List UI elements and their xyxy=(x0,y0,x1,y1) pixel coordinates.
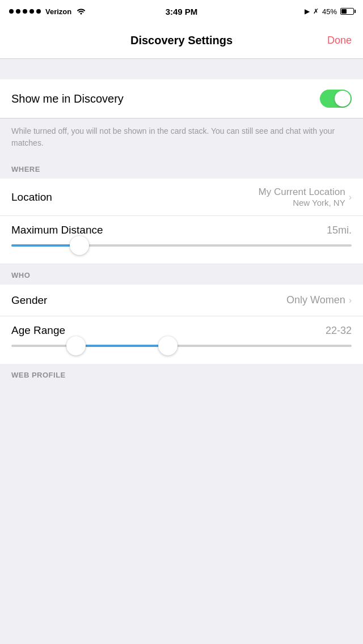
signal-dot-2 xyxy=(16,9,20,14)
age-fill xyxy=(76,345,168,347)
carrier-area: Verizon xyxy=(9,7,86,16)
age-slider-row: Age Range 22-32 xyxy=(0,316,363,364)
signal-dot-1 xyxy=(9,9,14,14)
gender-value: Only Women xyxy=(286,294,345,306)
location-section: Location My Current Location New York, N… xyxy=(0,179,363,264)
wifi-icon xyxy=(76,7,86,16)
where-label: WHERE xyxy=(11,165,40,173)
age-thumb-max[interactable] xyxy=(158,336,178,355)
discovery-description: While turned off, you will not be shown … xyxy=(0,118,363,158)
age-label: Age Range xyxy=(11,324,65,337)
toggle-label: Show me in Discovery xyxy=(11,92,124,105)
distance-value: 15mi. xyxy=(327,224,352,236)
web-profile-label: WEB PROFILE xyxy=(11,371,66,379)
battery-fill xyxy=(341,9,347,14)
who-section: Gender Only Women › Age Range 22-32 xyxy=(0,285,363,364)
signal-dot-4 xyxy=(29,9,34,14)
who-label: WHO xyxy=(11,271,30,279)
status-time: 3:49 PM xyxy=(166,7,198,16)
distance-slider-row: Maximum Distance 15mi. xyxy=(0,216,363,264)
who-section-header: WHO xyxy=(0,264,363,285)
gender-label: Gender xyxy=(11,294,47,307)
discovery-toggle[interactable] xyxy=(320,90,352,108)
gender-value-container: Only Women › xyxy=(286,294,352,306)
distance-track xyxy=(11,244,352,247)
location-chevron: › xyxy=(349,192,352,202)
description-text: While turned off, you will not be shown … xyxy=(11,125,352,149)
gender-chevron: › xyxy=(349,295,352,306)
signal-dot-3 xyxy=(23,9,27,14)
location-value-main: My Current Location xyxy=(259,187,345,198)
gender-row[interactable]: Gender Only Women › xyxy=(0,285,363,316)
toggle-knob xyxy=(335,91,351,107)
discovery-toggle-row: Show me in Discovery xyxy=(0,79,363,118)
done-button[interactable]: Done xyxy=(327,35,352,46)
nav-bar: Discovery Settings Done xyxy=(0,23,363,59)
distance-thumb[interactable] xyxy=(70,236,89,255)
age-header: Age Range 22-32 xyxy=(11,324,352,337)
carrier-label: Verizon xyxy=(45,7,71,16)
age-track xyxy=(11,345,352,347)
signal-dot-5 xyxy=(36,9,41,14)
discovery-toggle-section: Show me in Discovery xyxy=(0,79,363,118)
status-bar: Verizon 3:49 PM ▶ ✗ 45% xyxy=(0,0,363,23)
distance-header: Maximum Distance 15mi. xyxy=(11,224,352,236)
location-sub: New York, NY xyxy=(259,198,345,207)
battery-icon xyxy=(340,8,354,15)
distance-fill xyxy=(11,244,79,247)
location-icon: ▶ xyxy=(305,7,310,15)
top-gap xyxy=(0,59,363,79)
battery-percent: 45% xyxy=(322,7,337,16)
location-row[interactable]: Location My Current Location New York, N… xyxy=(0,179,363,216)
location-value-text: My Current Location New York, NY xyxy=(259,187,345,207)
age-thumb-min[interactable] xyxy=(66,336,86,355)
where-section-header: WHERE xyxy=(0,158,363,179)
bluetooth-icon: ✗ xyxy=(313,7,319,15)
status-right: ▶ ✗ 45% xyxy=(305,7,354,16)
location-label: Location xyxy=(11,191,52,204)
distance-label: Maximum Distance xyxy=(11,224,103,236)
page-title: Discovery Settings xyxy=(130,34,233,47)
web-profile-section-header: WEB PROFILE xyxy=(0,364,363,384)
age-value: 22-32 xyxy=(326,325,352,337)
location-value-container: My Current Location New York, NY › xyxy=(259,187,352,207)
